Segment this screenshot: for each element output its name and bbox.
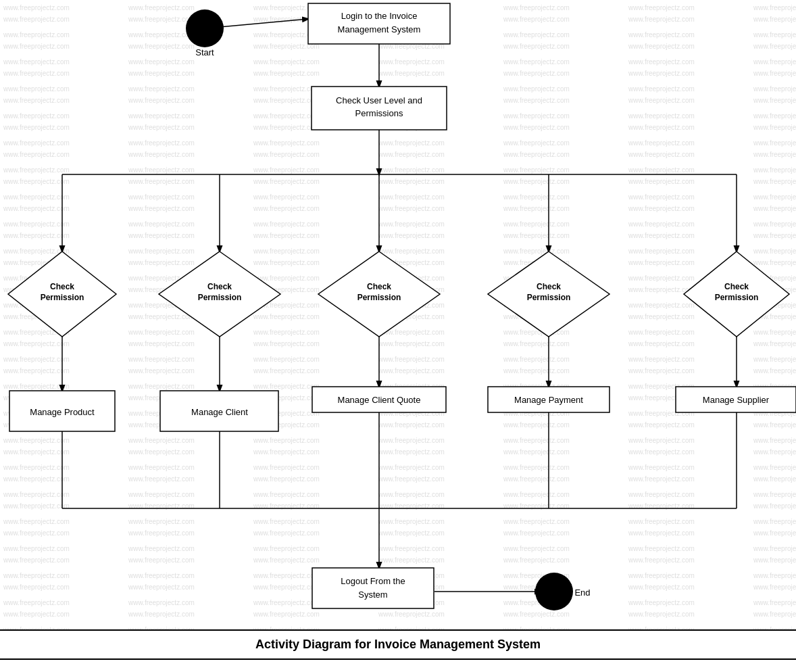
logout-text2: System (358, 590, 387, 600)
diamond2-text2: Permission (198, 293, 242, 302)
manage-product-text: Manage Product (30, 407, 95, 417)
diamond1-text1: Check (50, 282, 74, 291)
end-circle (535, 573, 573, 610)
diamond5-text1: Check (724, 282, 749, 291)
login-text2: Management System (338, 24, 421, 34)
diamond4-text1: Check (537, 282, 561, 291)
check-user-text2: Permissions (355, 108, 403, 118)
login-box (308, 3, 450, 44)
manage-payment-text: Manage Payment (514, 395, 583, 405)
diamond3-text2: Permission (357, 293, 401, 302)
diamond1-text2: Permission (41, 293, 84, 302)
diamond4-text2: Permission (527, 293, 571, 302)
diagram-svg: www.freeprojectz.com www.freeprojectz.co… (0, 0, 796, 672)
manage-client-text: Manage Client (191, 407, 248, 417)
diamond5-text2: Permission (715, 293, 759, 302)
diamond2-text1: Check (207, 282, 232, 291)
check-user-text1: Check User Level and (336, 95, 422, 105)
end-label: End (574, 587, 590, 598)
diagram-title: Activity Diagram for Invoice Management … (0, 629, 796, 660)
login-text: Login to the Invoice (341, 11, 418, 21)
diamond3-text1: Check (367, 282, 391, 291)
logout-text1: Logout From the (341, 576, 405, 586)
diagram-container: www.freeprojectz.com www.freeprojectz.co… (0, 0, 796, 672)
start-label: Start (195, 47, 214, 57)
manage-supplier-text: Manage Supplier (703, 395, 770, 405)
start-circle (186, 9, 224, 47)
logout-box (312, 568, 434, 608)
manage-client-quote-text: Manage Client Quote (338, 395, 421, 405)
